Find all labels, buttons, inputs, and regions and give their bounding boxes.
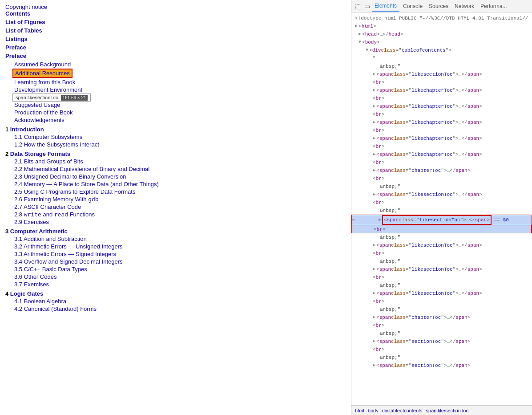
section-2-3[interactable]: 2.3 Unsigned Decimal to Binary Conversio… <box>5 173 346 180</box>
tab-sources[interactable]: Sources <box>426 1 451 11</box>
html-nbsp-3: &nbsp;" <box>351 207 532 215</box>
html-br-5: <br> <box>351 142 532 151</box>
acknowledgements-link[interactable]: Acknowledgements <box>5 117 346 123</box>
html-br-6: <br> <box>351 159 532 167</box>
tab-network[interactable]: Network <box>452 1 477 11</box>
html-body-line[interactable]: ▼ <body> <box>351 38 532 46</box>
section-1-1[interactable]: 1.1 Computer Subsystems <box>5 134 346 140</box>
section-3-1[interactable]: 3.1 Addition and Subtraction <box>5 236 346 242</box>
tab-elements[interactable]: Elements <box>372 1 399 12</box>
devtools-panel: ⬚ ▭ Elements Console Sources Network Per… <box>351 0 532 415</box>
section-2-4[interactable]: 2.4 Memory — A Place to Store Data (and … <box>5 181 346 187</box>
section-2-7[interactable]: 2.7 ASCII Character Code <box>5 203 346 210</box>
html-span-likesectiontoc-selected[interactable]: ⋯ ▶ <span class="likesectionToc" > … </s… <box>351 215 532 225</box>
html-br-10: <br> <box>351 249 532 257</box>
section-1-2[interactable]: 1.2 How the Subsystems Interact <box>5 141 346 148</box>
additional-resources-link[interactable]: Additional Resources <box>5 69 346 78</box>
ellipsis-icon[interactable]: ⋯ <box>352 216 355 224</box>
html-span-likechaptertoc-2[interactable]: ▶ <span class="likechapterToc" > … </spa… <box>351 102 532 110</box>
html-span-likesectiontoc-1[interactable]: ▶ <span class="likesectionToc" > … </spa… <box>351 70 532 78</box>
html-nbsp-8: &nbsp;" <box>351 330 532 338</box>
html-br-2: <br> <box>351 94 532 102</box>
html-span-sectiontoc-1[interactable]: ▶ <span class="sectionToc" > … </span> <box>351 338 532 346</box>
devtools-breadcrumb: html body div.tableofcontents span.likes… <box>351 405 532 415</box>
html-div-toc-line[interactable]: ▼ <div class="tableofcontents" > <box>351 46 532 54</box>
html-span-chaptertoc-1[interactable]: ▶ <span class="chapterToc" > … </span> <box>351 167 532 175</box>
html-br-4: <br> <box>351 126 532 134</box>
suggested-usage-link[interactable]: Suggested Usage <box>5 102 346 108</box>
preface-link-1[interactable]: Preface <box>5 44 346 51</box>
dev-env-link[interactable]: Development Environment <box>5 86 346 93</box>
chapter-1-header: 1 Introduction <box>5 126 346 133</box>
section-3-5[interactable]: 3.5 C/C++ Basic Data Types <box>5 266 346 273</box>
html-span-likesectiontoc-2[interactable]: ▶ <span class="likesectionToc" > … </spa… <box>351 191 532 199</box>
breadcrumb-span[interactable]: span.likesectionToc <box>426 408 468 413</box>
section-2-5[interactable]: 2.5 Using C Programs to Explore Data For… <box>5 188 346 195</box>
section-3-4[interactable]: 3.4 Overflow and Signed Decimal Integers <box>5 258 346 265</box>
tab-performance[interactable]: Performa... <box>478 1 509 11</box>
html-span-likechaptertoc-3[interactable]: ▶ <span class="likechapterToc" > … </spa… <box>351 118 532 126</box>
html-span-likesectiontoc-4[interactable]: ▶ <span class="likesectionToc" > … </spa… <box>351 265 532 273</box>
section-2-1[interactable]: 2.1 Bits and Groups of Bits <box>5 158 346 165</box>
devtools-html-tree: <!doctype html PUBLIC "-//W3C//DTD HTML … <box>351 12 532 405</box>
html-text-1: " <box>351 54 532 62</box>
html-span-likesectiontoc-3[interactable]: ▶ <span class="likesectionToc" > … </spa… <box>351 241 532 249</box>
html-span-likechaptertoc-4[interactable]: ▶ <span class="likechapterToc" > … </spa… <box>351 134 532 142</box>
html-head-line[interactable]: ▶ <head> … </head> <box>351 30 532 38</box>
html-br-13: <br> <box>351 321 532 330</box>
section-3-3[interactable]: 3.3 Arithmetic Errors — Signed Integers <box>5 251 346 257</box>
section-2-8[interactable]: 2.8 write and read Functions <box>5 211 346 218</box>
html-nbsp-4: &nbsp;" <box>351 233 532 241</box>
section-4-1[interactable]: 4.1 Boolean Algebra <box>5 298 346 305</box>
html-tag-line[interactable]: ▶ <html> <box>351 22 532 30</box>
html-br-11: <br> <box>351 273 532 281</box>
assumed-background-link[interactable]: Assumed Background <box>5 61 346 68</box>
html-br-12: <br> <box>351 297 532 305</box>
html-nbsp-7: &nbsp;" <box>351 305 532 313</box>
production-link[interactable]: Production of the Book <box>5 109 346 116</box>
html-br-1: <br> <box>351 78 532 86</box>
list-of-tables-link[interactable]: List of Tables <box>5 27 346 34</box>
html-br-9: <br> <box>351 225 532 233</box>
section-3-7[interactable]: 3.7 Exercises <box>5 281 346 288</box>
html-span-likechaptertoc-1[interactable]: ▶ <span class="likechapterToc" > … </spa… <box>351 86 532 94</box>
html-br-3: <br> <box>351 110 532 118</box>
learning-link[interactable]: Learning from this Book <box>5 79 346 85</box>
html-nbsp-1: &nbsp;" <box>351 62 532 70</box>
breadcrumb-div[interactable]: div.tableofcontents <box>382 408 423 413</box>
html-nbsp-9: &nbsp;" <box>351 354 532 362</box>
html-br-7: <br> <box>351 175 532 183</box>
devtools-tab-bar: ⬚ ▭ Elements Console Sources Network Per… <box>351 0 532 12</box>
listings-link[interactable]: Listings <box>5 36 346 42</box>
section-2-2[interactable]: 2.2 Mathematical Equivalence of Binary a… <box>5 166 346 172</box>
selected-element-box: <span class="likesectionToc" > … </span> <box>382 215 492 225</box>
box-icon-btn[interactable]: ▭ <box>363 2 372 11</box>
contents-link[interactable]: Contents <box>5 10 346 17</box>
chapter-4-header: 4 Logic Gates <box>5 290 346 297</box>
section-3-6[interactable]: 3.6 Other Codes <box>5 273 346 280</box>
preface-link-2[interactable]: Preface <box>5 53 346 59</box>
toc-panel: Copyright notice Contents List of Figure… <box>0 0 351 415</box>
tab-console[interactable]: Console <box>400 1 425 11</box>
section-2-9[interactable]: 2.9 Exercises <box>5 219 346 225</box>
html-nbsp-5: &nbsp;" <box>351 257 532 265</box>
section-3-2[interactable]: 3.2 Arithmetic Errors — Unsigned Integer… <box>5 243 346 250</box>
copyright-notice-link[interactable]: Copyright notice <box>5 4 346 10</box>
html-br-8: <br> <box>351 199 532 207</box>
chapter-2-header: 2 Data Storage Formats <box>5 151 346 157</box>
cursor-icon-btn[interactable]: ⬚ <box>353 2 363 11</box>
html-span-likesectiontoc-5[interactable]: ▶ <span class="likesectionToc" > … </spa… <box>351 289 532 297</box>
section-2-6[interactable]: 2.6 Examining Memory With gdb <box>5 196 346 203</box>
section-4-2[interactable]: 4.2 Canonical (Standard) Forms <box>5 305 346 312</box>
chapter-3-header: 3 Computer Arithmetic <box>5 228 346 235</box>
html-doctype-line: <!doctype html PUBLIC "-//W3C//DTD HTML … <box>351 14 532 22</box>
html-br-14: <br> <box>351 346 532 354</box>
html-span-chaptertoc-2[interactable]: ▶ <span class="chapterToc" > … </span> <box>351 313 532 321</box>
html-span-likechaptertoc-5[interactable]: ▶ <span class="likechapterToc" > … </spa… <box>351 151 532 159</box>
html-span-sectiontoc-2[interactable]: ▶ <span class="sectionToc" > … </span> <box>351 362 532 370</box>
breadcrumb-body[interactable]: body <box>368 408 379 413</box>
html-nbsp-2: &nbsp;" <box>351 183 532 191</box>
list-of-figures-link[interactable]: List of Figures <box>5 19 346 25</box>
element-tooltip: span.likesectionToc 161.66 × 21 <box>12 94 91 102</box>
breadcrumb-html[interactable]: html <box>355 408 364 413</box>
